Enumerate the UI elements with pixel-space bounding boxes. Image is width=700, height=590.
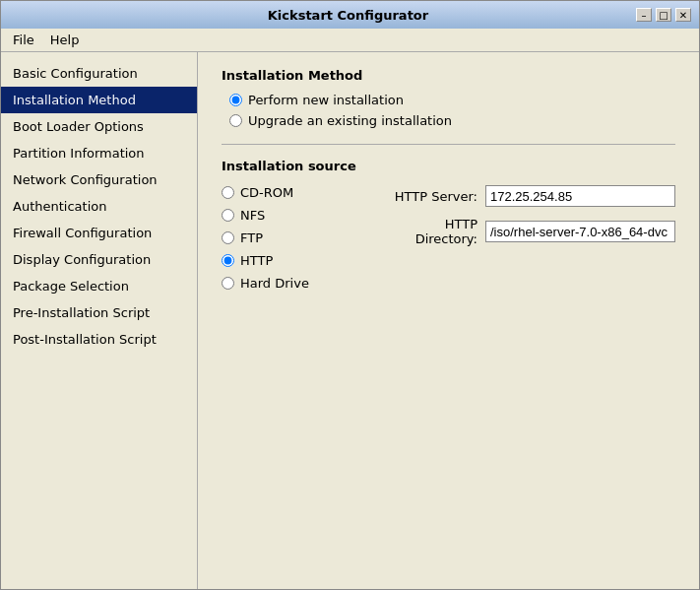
upgrade-existing-radio[interactable] — [229, 114, 242, 127]
source-options-group: CD-ROM NFS FTP HTTP — [222, 185, 309, 291]
perform-new-radio[interactable] — [229, 94, 242, 106]
sidebar-item-pre-installation-script[interactable]: Pre-Installation Script — [1, 299, 197, 326]
menu-file[interactable]: File — [5, 31, 42, 49]
sidebar: Basic Configuration Installation Method … — [1, 52, 198, 589]
nfs-radio[interactable] — [222, 209, 234, 222]
nfs-label: NFS — [240, 208, 265, 223]
sidebar-item-boot-loader-options[interactable]: Boot Loader Options — [1, 113, 197, 140]
perform-new-label: Perform new installation — [248, 93, 404, 107]
maximize-button[interactable]: □ — [656, 8, 671, 22]
install-type-group: Perform new installation Upgrade an exis… — [222, 93, 675, 128]
http-server-label: HTTP Server: — [379, 189, 477, 204]
http-server-input[interactable] — [485, 185, 675, 207]
sidebar-item-package-selection[interactable]: Package Selection — [1, 273, 197, 299]
http-row[interactable]: HTTP — [222, 253, 309, 268]
menu-help[interactable]: Help — [42, 31, 88, 49]
hard-drive-label: Hard Drive — [240, 276, 309, 291]
window-title: Kickstart Configurator — [60, 8, 636, 23]
cdrom-label: CD-ROM — [240, 185, 293, 200]
upgrade-install-row[interactable]: Upgrade an existing installation — [229, 113, 675, 128]
ftp-label: FTP — [240, 230, 263, 245]
http-directory-label: HTTP Directory: — [379, 217, 477, 246]
hard-drive-row[interactable]: Hard Drive — [222, 276, 309, 291]
sidebar-item-display-configuration[interactable]: Display Configuration — [1, 246, 197, 273]
perform-new-install-row[interactable]: Perform new installation — [229, 93, 675, 107]
installation-source-title: Installation source — [222, 159, 675, 173]
http-server-row: HTTP Server: — [379, 185, 675, 207]
upgrade-existing-label: Upgrade an existing installation — [248, 113, 452, 128]
sidebar-item-firewall-configuration[interactable]: Firewall Configuration — [1, 220, 197, 246]
cdrom-row[interactable]: CD-ROM — [222, 185, 309, 200]
cdrom-radio[interactable] — [222, 186, 234, 199]
titlebar: Kickstart Configurator – □ ✕ — [1, 1, 699, 29]
ftp-row[interactable]: FTP — [222, 230, 309, 245]
main-window: Kickstart Configurator – □ ✕ File Help B… — [0, 0, 700, 590]
sidebar-item-network-configuration[interactable]: Network Configuration — [1, 166, 197, 193]
http-directory-row: HTTP Directory: — [379, 217, 675, 246]
sidebar-item-basic-configuration[interactable]: Basic Configuration — [1, 60, 197, 87]
minimize-button[interactable]: – — [636, 8, 652, 22]
close-button[interactable]: ✕ — [675, 8, 691, 22]
menubar: File Help — [1, 29, 699, 52]
http-directory-input[interactable] — [485, 221, 675, 242]
http-fields: HTTP Server: HTTP Directory: — [379, 185, 675, 246]
titlebar-buttons: – □ ✕ — [636, 8, 691, 22]
nfs-row[interactable]: NFS — [222, 208, 309, 223]
ftp-radio[interactable] — [222, 231, 234, 244]
sidebar-item-post-installation-script[interactable]: Post-Installation Script — [1, 326, 197, 353]
sidebar-item-authentication[interactable]: Authentication — [1, 193, 197, 220]
http-radio[interactable] — [222, 254, 234, 267]
http-label: HTTP — [240, 253, 273, 268]
installation-method-title: Installation Method — [222, 68, 675, 83]
source-section: CD-ROM NFS FTP HTTP — [222, 185, 675, 291]
content-area: Basic Configuration Installation Method … — [1, 52, 699, 589]
sidebar-item-partition-information[interactable]: Partition Information — [1, 140, 197, 166]
section-divider — [222, 144, 675, 145]
sidebar-item-installation-method[interactable]: Installation Method — [1, 87, 197, 113]
main-panel: Installation Method Perform new installa… — [198, 52, 699, 589]
hard-drive-radio[interactable] — [222, 277, 234, 290]
